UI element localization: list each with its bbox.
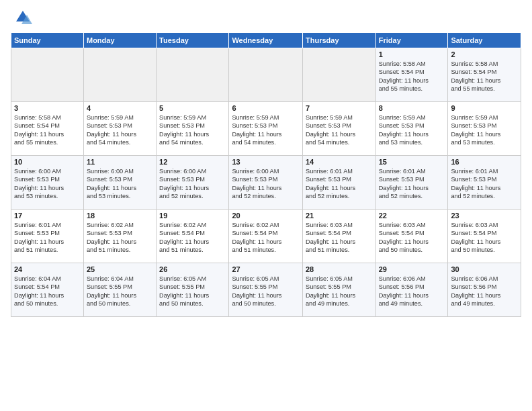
day-info: Sunrise: 5:58 AM Sunset: 5:54 PM Dayligh… [379,60,445,93]
day-number: 10 [14,158,81,166]
day-info: Sunrise: 6:01 AM Sunset: 5:53 PM Dayligh… [379,167,445,201]
day-number: 24 [14,265,81,273]
calendar-cell: 24Sunrise: 6:04 AM Sunset: 5:54 PM Dayli… [11,263,84,317]
calendar-cell: 9Sunrise: 5:59 AM Sunset: 5:53 PM Daylig… [448,102,521,156]
calendar-cell: 8Sunrise: 5:59 AM Sunset: 5:53 PM Daylig… [375,102,448,156]
weekday-header-wednesday: Wednesday [229,33,303,48]
day-info: Sunrise: 6:01 AM Sunset: 5:53 PM Dayligh… [451,167,518,201]
calendar-cell: 22Sunrise: 6:03 AM Sunset: 5:54 PM Dayli… [375,210,448,263]
calendar-cell: 14Sunrise: 6:01 AM Sunset: 5:53 PM Dayli… [303,156,376,210]
calendar-cell [83,48,156,102]
day-info: Sunrise: 6:03 AM Sunset: 5:54 PM Dayligh… [306,221,373,255]
calendar-cell: 3Sunrise: 5:58 AM Sunset: 5:54 PM Daylig… [11,102,84,156]
day-info: Sunrise: 5:59 AM Sunset: 5:53 PM Dayligh… [306,113,373,147]
calendar-cell: 4Sunrise: 5:59 AM Sunset: 5:53 PM Daylig… [83,102,156,156]
calendar-cell: 5Sunrise: 5:59 AM Sunset: 5:53 PM Daylig… [157,102,229,156]
calendar-cell: 28Sunrise: 6:05 AM Sunset: 5:55 PM Dayli… [303,263,376,317]
calendar-cell [229,48,303,102]
calendar-cell: 15Sunrise: 6:01 AM Sunset: 5:53 PM Dayli… [375,156,448,210]
day-number: 3 [14,104,81,112]
day-info: Sunrise: 5:59 AM Sunset: 5:53 PM Dayligh… [379,113,445,147]
day-info: Sunrise: 6:03 AM Sunset: 5:54 PM Dayligh… [451,221,518,255]
day-number: 17 [14,212,81,220]
day-number: 8 [379,104,445,112]
week-row-2: 10Sunrise: 6:00 AM Sunset: 5:53 PM Dayli… [11,156,521,210]
weekday-header-thursday: Thursday [303,33,376,48]
day-info: Sunrise: 6:01 AM Sunset: 5:53 PM Dayligh… [14,221,81,255]
calendar-cell [157,48,229,102]
week-row-1: 3Sunrise: 5:58 AM Sunset: 5:54 PM Daylig… [11,102,521,156]
day-info: Sunrise: 6:02 AM Sunset: 5:53 PM Dayligh… [87,221,153,255]
calendar-cell: 11Sunrise: 6:00 AM Sunset: 5:53 PM Dayli… [83,156,156,210]
day-info: Sunrise: 5:59 AM Sunset: 5:53 PM Dayligh… [159,113,226,147]
calendar-cell: 13Sunrise: 6:00 AM Sunset: 5:53 PM Dayli… [229,156,303,210]
day-number: 14 [306,158,373,166]
calendar-table: SundayMondayTuesdayWednesdayThursdayFrid… [11,32,521,317]
day-number: 6 [232,104,300,112]
day-info: Sunrise: 5:59 AM Sunset: 5:53 PM Dayligh… [87,113,153,147]
day-info: Sunrise: 6:05 AM Sunset: 5:55 PM Dayligh… [232,275,300,308]
day-number: 13 [232,158,300,166]
day-number: 2 [451,50,518,58]
week-row-0: 1Sunrise: 5:58 AM Sunset: 5:54 PM Daylig… [11,48,521,102]
day-number: 16 [451,158,518,166]
day-number: 15 [379,158,445,166]
day-info: Sunrise: 6:00 AM Sunset: 5:53 PM Dayligh… [14,167,81,201]
weekday-header-friday: Friday [375,33,448,48]
day-info: Sunrise: 5:59 AM Sunset: 5:53 PM Dayligh… [232,113,300,147]
day-info: Sunrise: 6:05 AM Sunset: 5:55 PM Dayligh… [159,275,226,308]
calendar-cell: 25Sunrise: 6:04 AM Sunset: 5:55 PM Dayli… [83,263,156,317]
calendar-cell [11,48,84,102]
day-number: 20 [232,212,300,220]
calendar-cell: 23Sunrise: 6:03 AM Sunset: 5:54 PM Dayli… [448,210,521,263]
day-info: Sunrise: 5:58 AM Sunset: 5:54 PM Dayligh… [14,113,81,147]
calendar-cell: 18Sunrise: 6:02 AM Sunset: 5:53 PM Dayli… [83,210,156,263]
day-number: 25 [87,265,153,273]
day-info: Sunrise: 6:04 AM Sunset: 5:55 PM Dayligh… [87,275,153,308]
weekday-header-row: SundayMondayTuesdayWednesdayThursdayFrid… [11,33,521,48]
day-number: 7 [306,104,373,112]
weekday-header-tuesday: Tuesday [157,33,229,48]
day-info: Sunrise: 6:00 AM Sunset: 5:53 PM Dayligh… [159,167,226,201]
calendar-cell: 16Sunrise: 6:01 AM Sunset: 5:53 PM Dayli… [448,156,521,210]
day-number: 30 [451,265,518,273]
page: SundayMondayTuesdayWednesdayThursdayFrid… [0,0,532,411]
day-number: 21 [306,212,373,220]
day-info: Sunrise: 6:01 AM Sunset: 5:53 PM Dayligh… [306,167,373,201]
day-number: 22 [379,212,445,220]
day-info: Sunrise: 6:02 AM Sunset: 5:54 PM Dayligh… [159,221,226,255]
day-number: 28 [306,265,373,273]
calendar-cell: 1Sunrise: 5:58 AM Sunset: 5:54 PM Daylig… [375,48,448,102]
calendar-cell: 17Sunrise: 6:01 AM Sunset: 5:53 PM Dayli… [11,210,84,263]
week-row-3: 17Sunrise: 6:01 AM Sunset: 5:53 PM Dayli… [11,210,521,263]
calendar-cell: 6Sunrise: 5:59 AM Sunset: 5:53 PM Daylig… [229,102,303,156]
day-number: 26 [159,265,226,273]
day-number: 23 [451,212,518,220]
day-info: Sunrise: 6:04 AM Sunset: 5:54 PM Dayligh… [14,275,81,308]
day-info: Sunrise: 6:00 AM Sunset: 5:53 PM Dayligh… [232,167,300,201]
calendar-cell: 19Sunrise: 6:02 AM Sunset: 5:54 PM Dayli… [157,210,229,263]
calendar-cell: 30Sunrise: 6:06 AM Sunset: 5:56 PM Dayli… [448,263,521,317]
day-number: 11 [87,158,153,166]
day-number: 29 [379,265,445,273]
day-number: 12 [159,158,226,166]
day-number: 1 [379,50,445,58]
day-info: Sunrise: 6:06 AM Sunset: 5:56 PM Dayligh… [379,275,445,308]
day-info: Sunrise: 6:02 AM Sunset: 5:54 PM Dayligh… [232,221,300,255]
week-row-4: 24Sunrise: 6:04 AM Sunset: 5:54 PM Dayli… [11,263,521,317]
day-info: Sunrise: 6:06 AM Sunset: 5:56 PM Dayligh… [451,275,518,308]
weekday-header-monday: Monday [83,33,156,48]
calendar-cell: 21Sunrise: 6:03 AM Sunset: 5:54 PM Dayli… [303,210,376,263]
calendar-cell: 12Sunrise: 6:00 AM Sunset: 5:53 PM Dayli… [157,156,229,210]
day-number: 9 [451,104,518,112]
day-number: 19 [159,212,226,220]
day-info: Sunrise: 5:58 AM Sunset: 5:54 PM Dayligh… [451,60,518,93]
day-info: Sunrise: 5:59 AM Sunset: 5:53 PM Dayligh… [451,113,518,147]
weekday-header-sunday: Sunday [11,33,84,48]
day-info: Sunrise: 6:00 AM Sunset: 5:53 PM Dayligh… [87,167,153,201]
calendar-cell: 29Sunrise: 6:06 AM Sunset: 5:56 PM Dayli… [375,263,448,317]
day-number: 27 [232,265,300,273]
day-number: 18 [87,212,153,220]
calendar-cell: 10Sunrise: 6:00 AM Sunset: 5:53 PM Dayli… [11,156,84,210]
header [11,8,521,27]
